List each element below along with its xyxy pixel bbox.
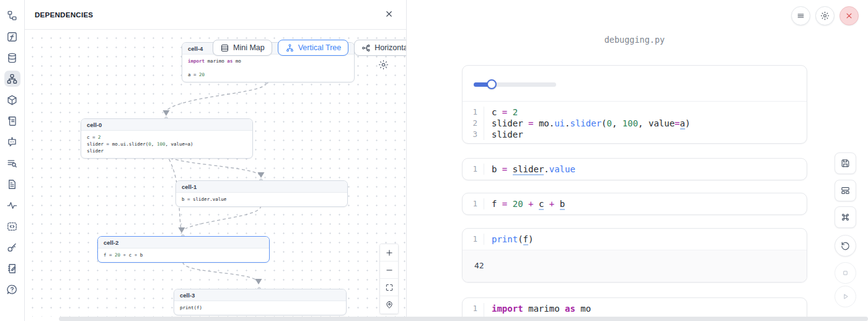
close-panel-button[interactable] bbox=[384, 9, 394, 20]
function-icon bbox=[6, 31, 18, 43]
horizontal-tree-label: Horizontal Tree bbox=[374, 43, 406, 52]
undo-icon bbox=[840, 240, 851, 251]
line-number: 1 bbox=[463, 198, 484, 209]
node-code: print(f) bbox=[174, 301, 346, 315]
run-icon bbox=[840, 291, 851, 302]
graph-node-cell-3[interactable]: cell-3print(f) bbox=[174, 289, 347, 315]
save-button[interactable] bbox=[835, 152, 856, 174]
command-button[interactable] bbox=[835, 206, 856, 228]
layout-button[interactable] bbox=[835, 180, 856, 201]
sidebar-item-chat[interactable] bbox=[4, 134, 20, 150]
dependencies-panel: DEPENDENCIES bbox=[25, 0, 407, 321]
zoom-out-button[interactable] bbox=[380, 262, 398, 279]
notebook-top-actions bbox=[791, 6, 859, 25]
line-number: 1 bbox=[463, 164, 484, 175]
undo-button[interactable] bbox=[835, 235, 856, 257]
run-button[interactable] bbox=[835, 286, 856, 307]
gear-icon bbox=[378, 59, 389, 72]
line-number: 3 bbox=[463, 129, 484, 140]
center-selection-button[interactable] bbox=[380, 296, 398, 314]
code-line[interactable]: slider bbox=[484, 129, 807, 140]
vertical-tree-button[interactable]: Vertical Tree bbox=[278, 40, 348, 56]
sidebar-item-script[interactable] bbox=[4, 113, 20, 129]
shutdown-button[interactable] bbox=[839, 6, 859, 25]
notebook-cell: 1c = 22slider = mo.ui.slider(0, 100, val… bbox=[462, 65, 807, 144]
vertical-tree-label: Vertical Tree bbox=[298, 43, 341, 52]
stop-button[interactable] bbox=[835, 262, 856, 284]
sidebar-item-function[interactable] bbox=[4, 29, 20, 45]
snippets-icon bbox=[6, 221, 18, 232]
sidebar-item-file-tree[interactable] bbox=[4, 7, 20, 24]
sidebar-item-activity[interactable] bbox=[4, 197, 20, 213]
notebook-cell: 1b = slider.value bbox=[462, 158, 807, 180]
code-editor[interactable]: 1f = 20 + c + b bbox=[463, 193, 807, 214]
logs-icon bbox=[6, 157, 18, 169]
sidebar-item-package[interactable] bbox=[4, 92, 20, 108]
dependency-graph-icon bbox=[6, 73, 18, 85]
menu-icon bbox=[796, 11, 805, 20]
code-line[interactable]: print(f) bbox=[484, 234, 807, 245]
slider-thumb[interactable] bbox=[487, 79, 497, 89]
node-title: cell-0 bbox=[81, 119, 252, 131]
document-icon bbox=[6, 178, 18, 190]
node-title: cell-1 bbox=[176, 181, 347, 193]
dependency-graph-canvas[interactable]: cell-4import marimo as mo a = 20cell-0c … bbox=[25, 30, 406, 317]
node-code: b = slider.value bbox=[176, 193, 347, 206]
code-line[interactable]: b = slider.value bbox=[484, 164, 807, 175]
notebook-cell: 1f = 20 + c + b bbox=[462, 193, 807, 215]
line-number: 1 bbox=[463, 107, 484, 118]
minimap-label: Mini Map bbox=[233, 43, 265, 52]
code-editor[interactable]: 1print(f) bbox=[463, 229, 807, 250]
code-editor[interactable]: 1c = 22slider = mo.ui.slider(0, 100, val… bbox=[463, 102, 807, 144]
line-number: 1 bbox=[463, 234, 484, 245]
fit-view-button[interactable] bbox=[380, 279, 398, 296]
graph-settings-button[interactable] bbox=[378, 59, 389, 72]
code-line[interactable]: import marimo as mo bbox=[484, 303, 807, 314]
horizontal-tree-button[interactable]: Horizontal Tree bbox=[354, 40, 406, 56]
zoom-in-icon bbox=[385, 248, 394, 257]
line-number: 2 bbox=[463, 118, 484, 129]
sidebar-item-dependency-graph[interactable] bbox=[4, 71, 20, 87]
sidebar-item-document[interactable] bbox=[4, 176, 20, 192]
node-code: import marimo as mo a = 20 bbox=[182, 55, 354, 82]
graph-node-cell-2[interactable]: cell-2f = 20 + c + b bbox=[97, 236, 270, 263]
code-editor[interactable]: 1b = slider.value bbox=[463, 159, 807, 180]
center-selection-icon bbox=[385, 301, 394, 309]
code-line[interactable]: c = 2 bbox=[484, 107, 807, 118]
code-line[interactable]: f = 20 + c + b bbox=[484, 198, 807, 209]
node-code: f = 20 + c + b bbox=[98, 248, 269, 262]
minimap-button[interactable]: Mini Map bbox=[213, 40, 272, 56]
settings-button[interactable] bbox=[815, 6, 835, 25]
help-icon bbox=[6, 284, 18, 296]
node-title: cell-3 bbox=[174, 289, 346, 301]
sidebar-item-logs[interactable] bbox=[4, 155, 20, 171]
script-icon bbox=[6, 115, 18, 127]
sidebar-item-database[interactable] bbox=[4, 50, 20, 66]
horizontal-scrollbar[interactable] bbox=[59, 317, 868, 321]
sidebar-item-help[interactable] bbox=[4, 281, 20, 297]
sidebar-item-key[interactable] bbox=[4, 239, 20, 255]
horizontal-tree-icon bbox=[361, 43, 371, 53]
shutdown-icon bbox=[844, 11, 854, 20]
panel-title: DEPENDENCIES bbox=[35, 11, 93, 19]
save-icon bbox=[840, 158, 851, 169]
notebook-cell: 1print(f)42 bbox=[462, 228, 807, 283]
sidebar-item-scratchpad[interactable] bbox=[4, 260, 20, 276]
close-icon bbox=[384, 9, 394, 20]
file-tree-icon bbox=[6, 10, 18, 22]
slider-widget[interactable] bbox=[474, 79, 556, 89]
code-line[interactable]: slider = mo.ui.slider(0, 100, value=a) bbox=[484, 118, 807, 129]
zoom-in-button[interactable] bbox=[380, 244, 398, 262]
notebook-filename: debugging.py bbox=[462, 35, 807, 45]
zoom-out-icon bbox=[385, 266, 394, 275]
menu-button[interactable] bbox=[791, 6, 810, 25]
sidebar-item-snippets[interactable] bbox=[4, 218, 20, 234]
activity-icon bbox=[6, 200, 18, 211]
fit-view-icon bbox=[385, 283, 394, 292]
vertical-tree-icon bbox=[285, 43, 294, 53]
package-icon bbox=[6, 94, 18, 106]
key-icon bbox=[6, 242, 18, 253]
graph-node-cell-0[interactable]: cell-0c = 2slider = mo.ui.slider(0, 100,… bbox=[81, 118, 253, 159]
graph-node-cell-1[interactable]: cell-1b = slider.value bbox=[175, 180, 348, 207]
settings-icon bbox=[820, 11, 830, 20]
